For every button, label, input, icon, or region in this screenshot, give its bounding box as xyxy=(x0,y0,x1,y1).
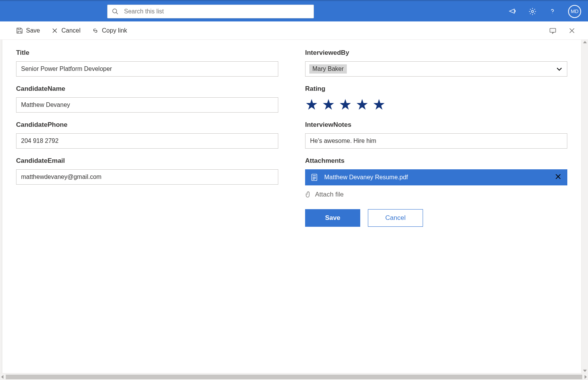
cmd-save-label: Save xyxy=(26,27,40,34)
interviewedby-label: InterviewedBy xyxy=(305,49,567,57)
candidateemail-input[interactable] xyxy=(16,169,278,185)
candidatephone-label: CandidatePhone xyxy=(16,121,278,129)
paperclip-icon xyxy=(305,191,311,198)
rating-stars[interactable]: ★ ★ ★ ★ ★ xyxy=(305,97,567,112)
vertical-scrollbar[interactable] xyxy=(581,40,588,373)
star-5[interactable]: ★ xyxy=(372,97,385,112)
candidatephone-input[interactable] xyxy=(16,133,278,149)
help-icon[interactable] xyxy=(548,7,557,16)
scroll-left-arrow[interactable] xyxy=(1,375,3,379)
candidatename-input[interactable] xyxy=(16,97,278,113)
user-avatar[interactable]: MD xyxy=(568,5,581,18)
candidatename-label: CandidateName xyxy=(16,85,278,93)
title-input[interactable] xyxy=(16,61,278,77)
attachments-label: Attachments xyxy=(305,157,567,165)
rating-label: Rating xyxy=(305,85,567,93)
attachment-item[interactable]: Matthew Devaney Resume.pdf xyxy=(305,169,567,185)
cmd-cancel-label: Cancel xyxy=(61,27,80,34)
app-bar: MD xyxy=(0,0,588,21)
star-2[interactable]: ★ xyxy=(322,97,335,112)
search-input[interactable] xyxy=(123,5,309,18)
megaphone-icon[interactable] xyxy=(508,7,517,16)
scroll-thumb[interactable] xyxy=(6,375,582,379)
scroll-up-arrow[interactable] xyxy=(583,41,587,43)
settings-icon[interactable] xyxy=(528,7,537,16)
star-3[interactable]: ★ xyxy=(339,97,352,112)
save-button[interactable]: Save xyxy=(305,209,360,227)
save-icon xyxy=(16,27,23,34)
pdf-icon xyxy=(310,174,318,181)
candidateemail-label: CandidateEmail xyxy=(16,157,278,165)
attachment-name: Matthew Devaney Resume.pdf xyxy=(324,174,408,181)
close-panel-icon[interactable] xyxy=(568,27,576,34)
svg-point-2 xyxy=(531,10,534,13)
chevron-down-icon xyxy=(555,65,563,73)
attach-file-button[interactable]: Attach file xyxy=(305,191,567,198)
cmd-copy-link[interactable]: Copy link xyxy=(88,21,131,39)
link-icon xyxy=(92,27,99,34)
attach-file-label: Attach file xyxy=(315,191,344,198)
interviewnotes-label: InterviewNotes xyxy=(305,121,567,129)
person-chip: Mary Baker xyxy=(309,64,347,74)
svg-rect-5 xyxy=(550,28,556,32)
svg-line-1 xyxy=(116,12,118,14)
close-icon xyxy=(51,27,58,34)
command-bar: Save Cancel Copy link xyxy=(0,21,588,40)
search-icon xyxy=(112,8,119,15)
cmd-save[interactable]: Save xyxy=(12,21,44,39)
star-4[interactable]: ★ xyxy=(356,97,369,112)
cmd-cancel[interactable]: Cancel xyxy=(47,21,84,39)
interviewnotes-input[interactable] xyxy=(305,133,567,149)
form-content: Title InterviewedBy Mary Baker Candidate… xyxy=(2,40,581,373)
scroll-down-arrow[interactable] xyxy=(583,370,587,372)
scroll-right-arrow[interactable] xyxy=(585,375,587,379)
svg-rect-9 xyxy=(313,175,316,176)
cmd-copy-link-label: Copy link xyxy=(102,27,127,34)
title-label: Title xyxy=(16,49,278,57)
search-box[interactable] xyxy=(107,5,314,18)
cancel-button[interactable]: Cancel xyxy=(368,209,423,227)
interviewedby-picker[interactable]: Mary Baker xyxy=(305,61,567,77)
horizontal-scrollbar[interactable] xyxy=(0,373,588,380)
feedback-icon[interactable] xyxy=(549,27,557,34)
svg-point-0 xyxy=(113,9,117,13)
star-1[interactable]: ★ xyxy=(305,97,318,112)
remove-attachment-button[interactable] xyxy=(554,173,562,182)
